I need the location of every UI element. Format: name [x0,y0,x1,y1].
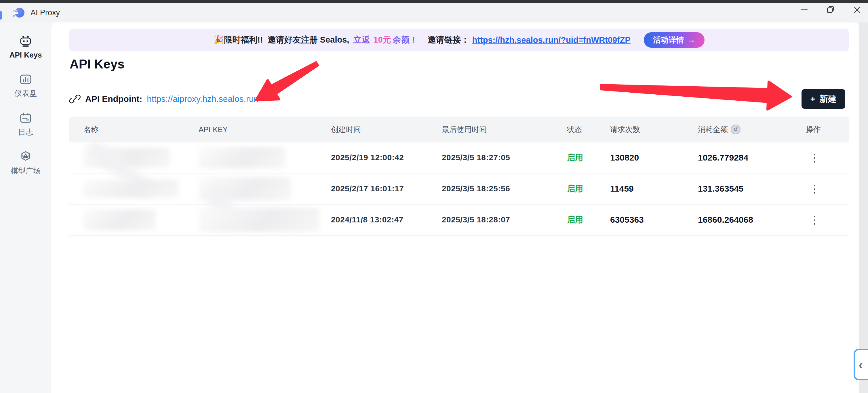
sidebar-item-label: 模型广场 [11,166,40,176]
cell-amount: 131.363545 [684,184,792,194]
cell-amount: 1026.779284 [684,153,792,163]
sidebar-item-label: 日志 [18,127,33,137]
invite-link[interactable]: https://hzh.sealos.run/?uid=fnWRt09fZP [472,35,630,45]
promo-banner: 🎉限时福利!! 邀请好友注册 Sealos, 立返 10元 余额！ 邀请链接： … [69,29,849,51]
sidebar-item-model-plaza[interactable]: 模型广场 [11,151,40,176]
cell-requests: 6305363 [596,215,684,225]
redacted-name-blur [84,209,155,230]
edge-accent [0,11,2,20]
cell-lastused: 2025/3/5 18:28:07 [427,215,553,224]
cell-requests: 11459 [596,184,684,194]
scrollbar-track[interactable] [859,23,868,393]
close-icon [853,5,861,14]
sidebar-item-label: 仪表盘 [14,88,37,98]
redacted-key-blur [198,208,319,232]
collapse-panel-tab[interactable]: ‹ [854,349,868,380]
main-panel: 🎉限时福利!! 邀请好友注册 Sealos, 立返 10元 余额！ 邀请链接： … [51,23,859,393]
new-key-button-label: 新建 [819,93,837,105]
table-row: 2024/11/8 13:02:47 2025/3/5 18:28:07 启用 … [69,204,849,236]
cell-name [69,148,184,167]
restore-button[interactable] [822,1,839,19]
cell-name [69,180,184,198]
row-menu-button[interactable]: ⋮ [806,180,823,197]
cell-requests: 130820 [596,153,684,163]
banner-text: 🎉限时福利!! 邀请好友注册 Sealos, [214,34,351,46]
page-title: API Keys [70,57,125,71]
col-header-amount-label: 消耗金额 [698,125,728,135]
cell-actions: ⋮ [792,149,849,166]
cell-lastused: 2025/3/5 18:25:56 [427,184,553,193]
col-header-apikey: API KEY [184,125,317,134]
col-header-amount: 消耗金额 ↺ [684,125,792,135]
redacted-key-blur [198,147,285,168]
table-header: 名称 API KEY 创建时间 最后使用时间 状态 请求次数 消耗金额 ↺ 操作 [69,117,849,142]
coin-icon: ↺ [731,125,741,134]
col-header-requests: 请求次数 [596,125,684,135]
col-header-name: 名称 [69,125,184,135]
endpoint-row: API Endpoint: https://aiproxy.hzh.sealos… [69,91,258,107]
sidebar: API Keys 仪表盘 日志 [0,23,51,393]
chevron-left-icon: ‹ [859,357,863,372]
dashboard-icon [19,73,32,86]
robot-icon [19,35,32,48]
col-header-status: 状态 [553,125,596,135]
models-icon [19,151,32,164]
cell-apikey [184,177,317,200]
cell-actions: ⋮ [792,211,849,228]
plus-icon: + [810,94,815,104]
minimize-button[interactable] [796,1,813,19]
status-badge: 启用 [553,152,596,163]
api-keys-table: 名称 API KEY 创建时间 最后使用时间 状态 请求次数 消耗金额 ↺ 操作 [69,117,849,236]
cell-apikey [184,147,317,168]
row-menu-button[interactable]: ⋮ [806,211,823,228]
cell-name [69,209,184,230]
sidebar-item-logs[interactable]: 日志 [18,111,33,137]
window-title: AI Proxy [31,8,60,17]
col-header-actions: 操作 [792,125,849,135]
endpoint-label: API Endpoint: [85,94,142,104]
cell-created: 2025/2/17 16:01:17 [317,184,427,193]
cell-apikey [184,208,317,232]
cell-actions: ⋮ [792,180,849,197]
sidebar-item-dashboard[interactable]: 仪表盘 [14,73,37,98]
row-menu-button[interactable]: ⋮ [806,149,823,166]
table-row: 2025/2/17 16:01:17 2025/3/5 18:25:56 启用 … [69,173,849,204]
col-header-created: 创建时间 [317,125,427,135]
promo-details-button[interactable]: 活动详情 → [644,32,705,48]
titlebar: AI Proxy [0,3,868,23]
banner-highlight-amount: 10元 [373,34,391,46]
app-logo-icon [12,6,25,19]
close-button[interactable] [848,1,866,19]
cell-created: 2024/11/8 13:02:47 [317,215,427,224]
promo-details-label: 活动详情 [653,35,684,45]
col-header-lastused: 最后使用时间 [427,125,553,135]
link-icon [69,93,81,105]
status-badge: 启用 [553,214,596,225]
app-body: API Keys 仪表盘 日志 [0,23,868,393]
restore-icon [826,5,835,14]
cell-lastused: 2025/3/5 18:27:05 [427,153,553,162]
sidebar-item-api-keys[interactable]: API Keys [9,35,42,60]
endpoint-link[interactable]: https://aiproxy.hzh.sealos.run [147,94,258,104]
table-row: 2025/2/19 12:00:42 2025/3/5 18:27:05 启用 … [69,142,849,173]
cell-amount: 16860.264068 [684,215,792,225]
banner-invite-label: 邀请链接： [428,34,469,46]
minimize-icon [800,5,808,14]
new-key-button[interactable]: + 新建 [802,89,845,109]
status-badge: 启用 [553,183,596,194]
calendar-icon [19,111,32,125]
window-top-strip [0,0,868,3]
banner-highlight-balance: 余额！ [393,34,418,46]
sidebar-item-label: API Keys [9,51,42,60]
arrow-right-icon: → [687,36,695,44]
cell-created: 2025/2/19 12:00:42 [317,153,427,162]
redacted-name-blur [84,180,179,198]
banner-highlight-return: 立返 [353,34,370,46]
